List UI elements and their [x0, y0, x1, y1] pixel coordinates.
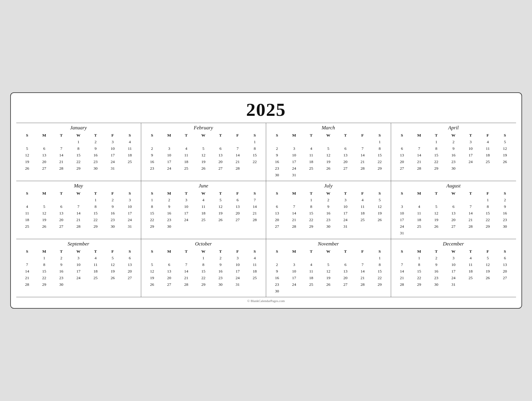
week-row: 567891011: [144, 261, 263, 268]
day-header: T: [428, 190, 445, 197]
day-cell: 26: [104, 275, 121, 281]
day-cell: [303, 139, 320, 145]
day-cell: 2: [160, 197, 178, 203]
day-cell: 13: [53, 210, 70, 217]
day-cell: 22: [428, 159, 445, 165]
week-row: 1: [144, 139, 263, 145]
day-cell: 7: [70, 203, 87, 210]
day-header: W: [195, 248, 212, 255]
week-row: 12: [394, 197, 514, 203]
week-row: 20212223242526: [269, 217, 388, 223]
day-cell: 6: [496, 255, 514, 261]
week-row: 9101112131415: [269, 268, 388, 275]
day-cell: 15: [70, 152, 87, 159]
day-cell: 6: [445, 203, 462, 210]
day-cell: 14: [19, 268, 36, 275]
day-header: W: [70, 190, 87, 197]
day-cell: 22: [195, 275, 212, 281]
day-cell: [428, 197, 445, 203]
day-cell: [212, 139, 229, 145]
day-cell: 5: [36, 203, 53, 210]
day-cell: [269, 255, 286, 261]
day-cell: 25: [411, 223, 428, 230]
week-row: 78910111213: [394, 261, 514, 268]
week-row: 2345678: [269, 145, 388, 152]
day-cell: 5: [144, 261, 161, 268]
day-cell: [462, 165, 479, 172]
day-cell: 11: [195, 203, 212, 210]
day-cell: 10: [445, 261, 462, 268]
day-cell: 23: [428, 275, 445, 281]
day-cell: 23: [445, 159, 462, 165]
day-cell: 15: [371, 268, 388, 275]
day-cell: 19: [104, 268, 121, 275]
day-cell: 5: [104, 255, 121, 261]
day-cell: 23: [269, 281, 286, 288]
day-cell: 2: [212, 255, 229, 261]
day-cell: 13: [337, 268, 354, 275]
day-header: F: [479, 132, 496, 139]
day-cell: 4: [87, 255, 104, 261]
day-cell: 27: [121, 275, 138, 281]
day-cell: 1: [87, 197, 104, 203]
day-cell: 1: [428, 139, 445, 145]
day-cell: 9: [104, 203, 121, 210]
day-cell: 29: [195, 281, 212, 288]
month-name: June: [144, 183, 263, 190]
day-cell: 27: [36, 165, 53, 172]
day-cell: 5: [479, 255, 496, 261]
day-cell: [160, 255, 178, 261]
day-cell: 2: [269, 145, 286, 152]
day-cell: 4: [354, 197, 371, 203]
day-header: W: [195, 190, 212, 197]
day-cell: 15: [303, 210, 320, 217]
week-row: 21222324252627: [19, 275, 138, 281]
day-cell: 12: [320, 268, 337, 275]
day-cell: 7: [411, 145, 428, 152]
month-block-december: DecemberSMTWTFS1234567891011121314151617…: [391, 239, 516, 297]
day-cell: 24: [285, 165, 303, 172]
day-header: T: [87, 248, 104, 255]
week-row: 1: [269, 255, 388, 261]
month-name: October: [144, 241, 263, 248]
day-cell: [320, 288, 337, 295]
day-header: S: [394, 248, 411, 255]
week-row: 12131415161718: [19, 152, 138, 159]
month-name: November: [269, 241, 388, 248]
day-header: T: [87, 132, 104, 139]
day-cell: 4: [19, 203, 36, 210]
day-cell: [428, 230, 445, 236]
month-block-november: NovemberSMTWTFS1234567891011121314151617…: [266, 239, 391, 297]
day-cell: 10: [394, 210, 411, 217]
day-cell: 9: [212, 261, 229, 268]
day-cell: 30: [496, 223, 514, 230]
day-cell: 5: [195, 145, 212, 152]
day-cell: 3: [160, 145, 178, 152]
month-block-february: FebruarySMTWTFS1234567891011121314151617…: [141, 123, 266, 181]
day-cell: 8: [303, 203, 320, 210]
week-row: 123: [19, 197, 138, 203]
day-header: T: [303, 132, 320, 139]
day-cell: 16: [53, 268, 70, 275]
day-cell: 2: [320, 197, 337, 203]
day-cell: 1: [195, 255, 212, 261]
day-header: F: [479, 190, 496, 197]
day-cell: 12: [479, 261, 496, 268]
day-cell: 8: [479, 203, 496, 210]
day-cell: 5: [19, 145, 36, 152]
month-block-october: OctoberSMTWTFS12345678910111213141516171…: [141, 239, 266, 297]
day-cell: [269, 197, 286, 203]
week-row: 15161718192021: [144, 210, 263, 217]
day-cell: 1: [36, 255, 53, 261]
month-table: SMTWTFS123456789101112131415161718192021…: [19, 190, 138, 230]
day-header: W: [445, 248, 462, 255]
day-cell: 4: [303, 261, 320, 268]
day-cell: 25: [246, 275, 263, 281]
week-row: 13141516171819: [394, 152, 514, 159]
day-cell: 14: [394, 268, 411, 275]
day-cell: 14: [229, 152, 246, 159]
day-cell: 24: [394, 223, 411, 230]
day-header: M: [285, 248, 303, 255]
day-cell: [462, 230, 479, 236]
day-cell: 15: [195, 268, 212, 275]
